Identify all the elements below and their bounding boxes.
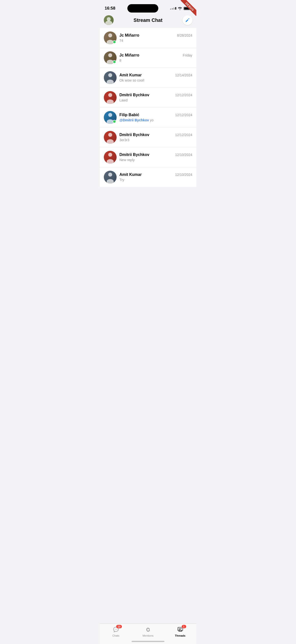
user-avatar[interactable] <box>104 15 114 25</box>
chat-info: Amit Kumar 12/10/2024 Try <box>120 172 192 182</box>
page-title: Stream Chat <box>134 18 162 23</box>
status-time: 16:58 <box>105 6 115 11</box>
avatar <box>104 131 117 144</box>
chat-time: 8/28/2024 <box>177 34 192 37</box>
chat-preview: 8 <box>120 58 192 62</box>
avatar-wrap <box>104 71 117 84</box>
chat-time: 12/14/2024 <box>175 73 192 77</box>
chat-preview: New reply <box>120 158 192 162</box>
chat-preview: Ok wow so cool! <box>120 78 192 82</box>
avatar <box>104 171 117 184</box>
chat-time: 12/12/2024 <box>175 113 192 117</box>
chat-preview: 3er3r3 <box>120 138 192 142</box>
chat-top: Jc Miñarro 8/28/2024 <box>120 33 192 38</box>
chat-preview: Try <box>120 178 192 182</box>
chat-item[interactable]: Dmitrii Bychkov 12/12/2024 Lawd <box>100 88 196 108</box>
chat-name: Dmitrii Bychkov <box>120 152 149 157</box>
chat-item[interactable]: Amit Kumar 12/14/2024 Ok wow so cool! <box>100 68 196 88</box>
chat-top: Amit Kumar 12/14/2024 <box>120 73 192 77</box>
chat-preview: @Dmitrii Bychkov yo <box>120 118 192 122</box>
online-indicator <box>113 40 116 44</box>
chat-name: Amit Kumar <box>120 73 142 77</box>
online-indicator <box>113 120 116 123</box>
wifi-icon <box>178 7 182 10</box>
chat-time: 12/12/2024 <box>175 93 192 97</box>
chat-name: Dmitrii Bychkov <box>120 133 149 137</box>
chat-info: Dmitrii Bychkov 12/10/2024 New reply <box>120 152 192 162</box>
battery-icon <box>184 7 191 10</box>
mention-text: @Dmitrii Bychkov <box>120 118 149 122</box>
chat-time: 12/10/2024 <box>175 153 192 157</box>
dynamic-island <box>127 4 158 12</box>
chat-info: Dmitrii Bychkov 12/12/2024 3er3r3 <box>120 133 192 142</box>
chat-name: Jc Miñarro <box>120 33 139 38</box>
chat-info: Jc Miñarro 8/28/2024 74 <box>120 33 192 42</box>
status-bar: 16:58 <box>100 0 196 13</box>
chat-info: Amit Kumar 12/14/2024 Ok wow so cool! <box>120 73 192 82</box>
chat-item[interactable]: Amit Kumar 12/10/2024 Try <box>100 167 196 187</box>
chat-name: Amit Kumar <box>120 172 142 177</box>
chat-info: Jc Miñarro Friday 8 <box>120 53 192 62</box>
chat-time: Friday <box>183 53 192 57</box>
chat-name: Dmitrii Bychkov <box>120 93 149 97</box>
chat-name: Jc Miñarro <box>120 53 139 58</box>
chat-name: Filip Babić <box>120 113 139 117</box>
chat-top: Dmitrii Bychkov 12/12/2024 <box>120 133 192 137</box>
chat-top: Amit Kumar 12/10/2024 <box>120 172 192 177</box>
chat-item[interactable]: Jc Miñarro 8/28/2024 74 <box>100 28 196 48</box>
chat-list: Jc Miñarro 8/28/2024 74 Jc Miñarro Frida… <box>100 28 196 187</box>
chat-item[interactable]: Dmitrii Bychkov 12/10/2024 New reply <box>100 147 196 167</box>
avatar <box>104 91 117 104</box>
chat-item[interactable]: Filip Babić 12/12/2024 @Dmitrii Bychkov … <box>100 108 196 128</box>
online-indicator <box>113 60 116 64</box>
chat-top: Jc Miñarro Friday <box>120 53 192 58</box>
compose-button[interactable] <box>183 15 192 25</box>
status-icons <box>170 7 191 10</box>
chat-info: Filip Babić 12/12/2024 @Dmitrii Bychkov … <box>120 113 192 122</box>
chat-top: Filip Babić 12/12/2024 <box>120 113 192 117</box>
signal-icon <box>170 7 176 10</box>
avatar-wrap <box>104 151 117 164</box>
chat-preview: 74 <box>120 38 192 42</box>
chat-item[interactable]: Jc Miñarro Friday 8 <box>100 48 196 68</box>
avatar-wrap <box>104 32 117 44</box>
chat-item[interactable]: Dmitrii Bychkov 12/12/2024 3er3r3 <box>100 128 196 147</box>
app-header: Stream Chat <box>100 13 196 28</box>
chat-preview: Lawd <box>120 98 192 102</box>
chat-time: 12/12/2024 <box>175 133 192 137</box>
avatar-wrap <box>104 91 117 104</box>
chat-time: 12/10/2024 <box>175 173 192 176</box>
avatar-wrap <box>104 171 117 184</box>
chat-info: Dmitrii Bychkov 12/12/2024 Lawd <box>120 93 192 102</box>
compose-icon <box>185 18 190 22</box>
chat-top: Dmitrii Bychkov 12/10/2024 <box>120 152 192 157</box>
avatar <box>104 71 117 84</box>
avatar-wrap <box>104 111 117 124</box>
avatar <box>104 151 117 164</box>
chat-top: Dmitrii Bychkov 12/12/2024 <box>120 93 192 97</box>
avatar-wrap <box>104 131 117 144</box>
avatar-wrap <box>104 51 117 64</box>
